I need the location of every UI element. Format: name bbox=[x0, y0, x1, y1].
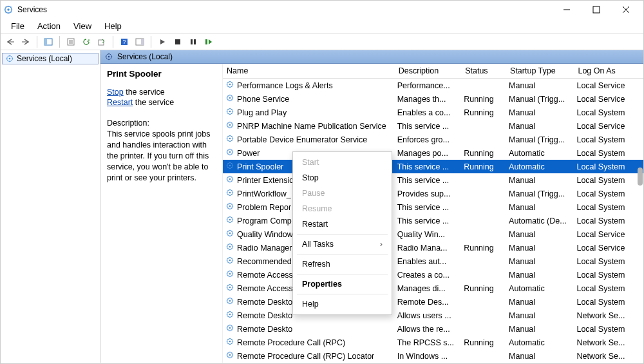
service-status-cell bbox=[461, 214, 506, 227]
restart-link[interactable]: Restart bbox=[107, 98, 133, 107]
service-startup-cell: Manual (Trigg... bbox=[506, 92, 574, 106]
maximize-button[interactable] bbox=[582, 1, 611, 18]
service-startup-cell: Manual bbox=[506, 268, 574, 282]
menu-help[interactable]: Help bbox=[98, 20, 128, 32]
svg-point-28 bbox=[229, 84, 231, 86]
service-row[interactable]: PrintWorkflow_Provides sup...Manual (Tri… bbox=[223, 187, 643, 200]
context-menu-restart[interactable]: Restart bbox=[293, 216, 392, 232]
svg-text:?: ? bbox=[122, 39, 126, 45]
service-logon-cell: Local System bbox=[574, 200, 643, 214]
tree-services-local[interactable]: Services (Local) bbox=[2, 53, 99, 64]
menu-view[interactable]: View bbox=[67, 20, 98, 32]
svg-point-62 bbox=[229, 314, 231, 316]
pause-service-button[interactable] bbox=[186, 35, 200, 48]
service-row[interactable]: Remote Procedure Call (RPC)The RPCSS s..… bbox=[223, 336, 643, 349]
service-row[interactable]: Phone ServiceManages th...RunningManual … bbox=[223, 92, 643, 106]
service-startup-cell: Manual bbox=[506, 227, 574, 241]
menu-action[interactable]: Action bbox=[31, 20, 67, 32]
service-name-cell: PNRP Machine Name Publication Service bbox=[237, 122, 386, 131]
service-row[interactable]: Radio ManagerRadio Mana...RunningManualL… bbox=[223, 241, 643, 254]
gear-icon bbox=[225, 161, 234, 172]
help-button[interactable]: ? bbox=[117, 35, 131, 48]
service-desc-cell: Manages po... bbox=[395, 146, 461, 160]
context-menu-refresh[interactable]: Refresh bbox=[293, 256, 392, 272]
column-status[interactable]: Status bbox=[461, 64, 506, 79]
service-name-cell: PrintWorkflow_ bbox=[237, 189, 291, 198]
gear-icon bbox=[225, 93, 234, 104]
service-row[interactable]: PowerManages po...RunningAutomaticLocal … bbox=[223, 146, 643, 160]
service-startup-cell: Manual bbox=[506, 322, 574, 336]
context-menu-all-tasks[interactable]: All Tasks› bbox=[293, 236, 392, 252]
gear-icon bbox=[225, 215, 234, 226]
service-row[interactable]: Printer ExtensicThis service ...ManualLo… bbox=[223, 173, 643, 187]
column-description[interactable]: Description bbox=[395, 64, 461, 79]
service-startup-cell: Manual (Trigg... bbox=[506, 133, 574, 146]
service-row[interactable]: Remote DesktoAllows the re...ManualLocal… bbox=[223, 322, 643, 336]
service-logon-cell: Local System bbox=[574, 322, 643, 336]
context-menu-stop[interactable]: Stop bbox=[293, 170, 392, 186]
service-row[interactable]: Portable Device Enumerator ServiceEnforc… bbox=[223, 133, 643, 146]
service-startup-cell: Automatic (De... bbox=[506, 214, 574, 227]
context-menu-pause: Pause bbox=[293, 186, 392, 201]
gear-icon bbox=[225, 120, 234, 131]
svg-point-60 bbox=[229, 300, 231, 302]
scrollbar-thumb[interactable] bbox=[638, 168, 643, 186]
column-startup-type[interactable]: Startup Type bbox=[506, 64, 574, 79]
service-row[interactable]: Print SpoolerThis service ...RunningAuto… bbox=[223, 160, 643, 173]
properties-button[interactable] bbox=[64, 35, 78, 48]
service-name-cell: Remote Procedure Call (RPC) Locator bbox=[237, 352, 374, 361]
svg-point-66 bbox=[229, 341, 231, 343]
service-row[interactable]: Quality WindowQuality Win...ManualLocal … bbox=[223, 227, 643, 241]
service-status-cell bbox=[461, 254, 506, 268]
chevron-right-icon: › bbox=[380, 240, 383, 249]
service-status-cell: Running bbox=[461, 241, 506, 254]
tree-panel: Services (Local) bbox=[1, 50, 100, 363]
column-name[interactable]: Name bbox=[223, 64, 395, 79]
back-button[interactable] bbox=[3, 35, 17, 48]
close-button[interactable] bbox=[611, 1, 641, 18]
refresh-button[interactable] bbox=[79, 35, 93, 48]
service-desc-cell: This service ... bbox=[395, 214, 461, 227]
restart-link-suffix: the service bbox=[133, 98, 174, 107]
service-row[interactable]: Remote DesktoRemote Des...ManualLocal Sy… bbox=[223, 295, 643, 309]
context-menu-properties[interactable]: Properties bbox=[293, 276, 392, 292]
service-startup-cell: Automatic bbox=[506, 282, 574, 295]
service-row[interactable]: PNRP Machine Name Publication ServiceThi… bbox=[223, 119, 643, 133]
service-row[interactable]: Problem ReporThis service ...ManualLocal… bbox=[223, 200, 643, 214]
gear-icon bbox=[225, 350, 234, 361]
svg-point-46 bbox=[229, 206, 231, 207]
service-desc-cell: Quality Win... bbox=[395, 227, 461, 241]
svg-rect-3 bbox=[593, 6, 600, 13]
service-logon-cell: Local System bbox=[574, 146, 643, 160]
svg-rect-18 bbox=[141, 39, 144, 45]
restart-service-button[interactable] bbox=[202, 35, 216, 48]
service-name-cell: Program Comp bbox=[237, 216, 292, 225]
service-row[interactable]: Remote AccessCreates a co...ManualLocal … bbox=[223, 268, 643, 282]
service-row[interactable]: Remote AccessManages di...RunningAutomat… bbox=[223, 282, 643, 295]
service-row[interactable]: Remote DesktoAllows users ...ManualNetwo… bbox=[223, 309, 643, 322]
gear-icon bbox=[225, 188, 234, 199]
column-logon-as[interactable]: Log On As bbox=[574, 64, 643, 79]
service-desc-cell: The RPCSS s... bbox=[395, 336, 461, 349]
service-status-cell bbox=[461, 268, 506, 282]
export-button[interactable] bbox=[95, 35, 109, 48]
services-list[interactable]: Name Description Status Startup Type Log… bbox=[223, 64, 643, 363]
service-logon-cell: Local Service bbox=[574, 79, 643, 93]
action-pane-button[interactable] bbox=[133, 35, 147, 48]
service-row[interactable]: Program CompThis service ...Automatic (D… bbox=[223, 214, 643, 227]
minimize-button[interactable] bbox=[552, 1, 582, 18]
stop-service-button[interactable] bbox=[171, 35, 185, 48]
show-hide-tree-button[interactable] bbox=[41, 35, 55, 48]
menu-file[interactable]: File bbox=[5, 20, 31, 32]
service-name-cell: Print Spooler bbox=[237, 162, 283, 171]
service-row[interactable]: Remote Procedure Call (RPC) LocatorIn Wi… bbox=[223, 349, 643, 363]
context-menu-help[interactable]: Help bbox=[293, 296, 392, 312]
service-row[interactable]: RecommendedEnables aut...ManualLocal Sys… bbox=[223, 254, 643, 268]
forward-button[interactable] bbox=[19, 35, 33, 48]
stop-link[interactable]: Stop bbox=[107, 88, 124, 97]
service-row[interactable]: Plug and PlayEnables a co...RunningManua… bbox=[223, 106, 643, 119]
service-name-cell: Remote Procedure Call (RPC) bbox=[237, 338, 345, 347]
service-row[interactable]: Performance Logs & AlertsPerformance...M… bbox=[223, 79, 643, 93]
service-desc-cell: Radio Mana... bbox=[395, 241, 461, 254]
start-service-button[interactable] bbox=[155, 35, 169, 48]
